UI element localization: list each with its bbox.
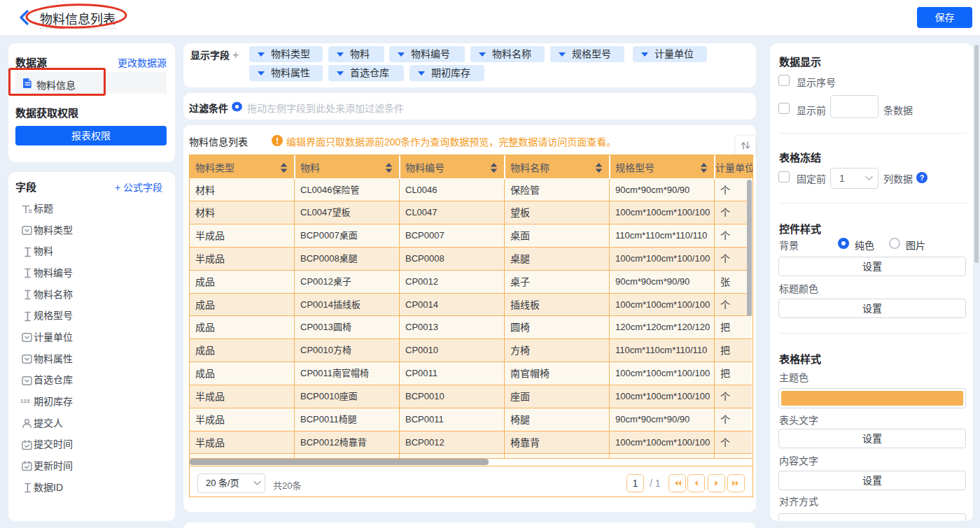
- svg-text:?: ?: [920, 173, 925, 182]
